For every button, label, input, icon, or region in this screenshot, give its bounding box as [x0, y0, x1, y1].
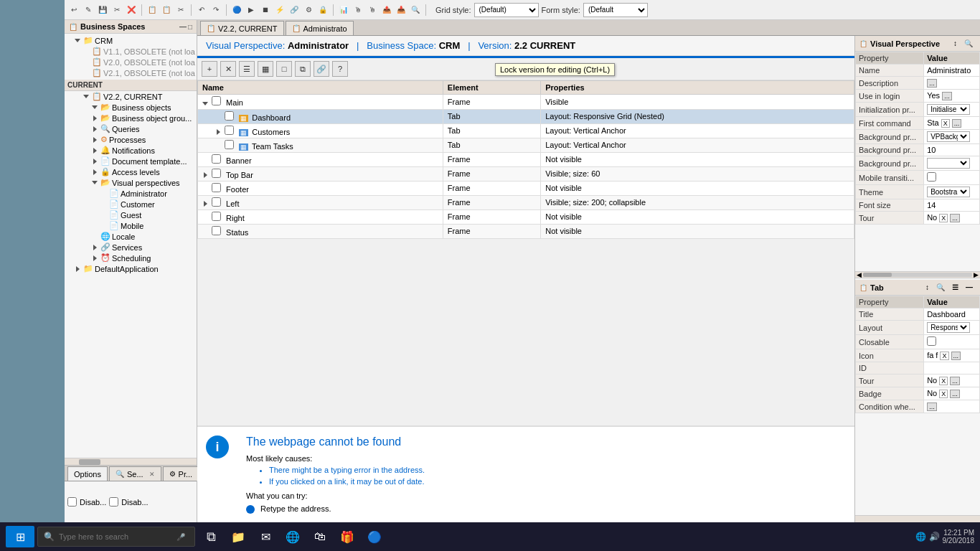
editor-btn-help[interactable]: ? [332, 61, 348, 77]
expander-footer[interactable] [202, 185, 209, 192]
grid-style-select[interactable]: (Default) [474, 3, 539, 17]
expand-services[interactable] [92, 244, 99, 251]
expander-right[interactable] [202, 214, 209, 221]
checkbox-main[interactable] [212, 96, 221, 105]
prop-select-theme[interactable]: Bootstrap [927, 187, 970, 197]
tree-node-processes[interactable]: ⚙ Processes [65, 134, 197, 145]
checkbox-disab-2[interactable]: Disab... [109, 497, 148, 507]
table-row-customers[interactable]: ▦ Customers Tab Layout: Vertical Anchor [198, 123, 854, 138]
start-button[interactable]: ⊞ [6, 526, 34, 547]
scrollbar-left-btn[interactable]: ◀ [855, 271, 863, 278]
expand-v11[interactable] [83, 48, 90, 55]
expand-admin[interactable] [100, 190, 108, 197]
expand-scheduling[interactable] [92, 255, 99, 262]
tree-node-v11[interactable]: 📋 V1.1, OBSOLETE (not loa [65, 46, 197, 57]
prop-row-initpr[interactable]: Initialization pr... Initialise [856, 103, 980, 117]
tree-node-crm[interactable]: 📁 CRM [65, 35, 197, 46]
expand-v21[interactable] [83, 70, 90, 77]
tab-list-btn[interactable]: ☰ [949, 282, 961, 293]
table-row-teamtasks[interactable]: ▦ Team Tasks Tab Layout: Vertical Anchor [198, 138, 854, 152]
tab-options[interactable]: Options [67, 466, 108, 481]
tree-node-v22[interactable]: 📋 V2.2, CURRENT [65, 91, 197, 102]
tree-node-defaultapp[interactable]: 📁 DefaultApplication [65, 263, 197, 274]
toolbar-btn-10[interactable]: ⏹ [259, 4, 272, 17]
editor-btn-copy[interactable]: ⧉ [295, 61, 311, 77]
checkbox-topbar[interactable] [212, 169, 221, 178]
tab-v22[interactable]: 📋 V2.2, CURRENT [200, 21, 284, 35]
expand-processes[interactable] [92, 136, 99, 143]
tab-collapse-btn[interactable]: — [963, 282, 976, 293]
expander-dashboard[interactable] [215, 113, 222, 121]
tab-prop-check-closable[interactable] [927, 336, 936, 346]
tab-prop-row-badge[interactable]: Badge No X ... [856, 387, 980, 400]
checkbox-disab-2-input[interactable] [109, 497, 118, 507]
toolbar-btn-20[interactable]: 🔍 [409, 4, 422, 17]
checkbox-left[interactable] [212, 197, 221, 207]
prop-row-fontsize[interactable]: Font size 14 [856, 199, 980, 212]
expander-left[interactable] [202, 200, 209, 207]
editor-btn-detail[interactable]: ▦ [258, 61, 273, 77]
checkbox-customers[interactable] [225, 126, 234, 135]
toolbar-btn-5[interactable]: 📋 [146, 4, 159, 17]
toolbar-btn-1[interactable]: ↩ [67, 4, 80, 17]
prop-select-bgpr3[interactable] [927, 158, 970, 169]
taskbar-store[interactable]: 🛍 [307, 524, 333, 550]
expand-locale[interactable] [92, 233, 99, 240]
table-row-banner[interactable]: Banner Frame Not visible [198, 152, 854, 166]
prop-row-name[interactable]: Name Administrato [856, 65, 980, 77]
tree-node-notifications[interactable]: 🔔 Notifications [65, 145, 197, 156]
prop-select-initpr[interactable]: Initialise [927, 104, 970, 115]
toolbar-btn-13[interactable]: ⚙ [302, 4, 315, 17]
prop-row-mobile[interactable]: Mobile transiti... [856, 171, 980, 185]
prop-row-description[interactable]: Description ... [856, 77, 980, 90]
tab-prop-btn-condition[interactable]: ... [927, 402, 937, 411]
tree-node-bizobj[interactable]: 📂 Business object grou... [65, 113, 197, 123]
checkbox-footer[interactable] [212, 183, 221, 192]
tab-prop-row-icon[interactable]: Icon fa f X ... [856, 349, 980, 362]
taskbar-candy[interactable]: 🎁 [334, 524, 360, 550]
checkbox-right[interactable] [212, 212, 221, 221]
toolbar-btn-17[interactable]: 🖱 [366, 4, 379, 17]
tab-prop-row-condition[interactable]: Condition whe... ... [856, 400, 980, 413]
tab-prop-row-closable[interactable]: Closable [856, 335, 980, 349]
toolbar-btn-undo[interactable]: ↶ [195, 4, 208, 17]
expander-banner[interactable] [202, 156, 209, 164]
expand-mobile[interactable] [100, 222, 108, 230]
tree-node-scheduling[interactable]: ⏰ Scheduling [65, 253, 197, 263]
prop-select-bgpr1[interactable]: VPBackgr [927, 131, 970, 142]
tab-prop-row-title[interactable]: Title Dashboard [856, 309, 980, 321]
checkbox-teamtasks[interactable] [225, 140, 234, 149]
table-row-left[interactable]: Left Frame Visible; size: 200; collapsib… [198, 195, 854, 209]
checkbox-banner[interactable] [212, 154, 221, 164]
expand-bizobj[interactable] [92, 115, 99, 122]
toolbar-btn-8[interactable]: 🔵 [230, 4, 243, 17]
toolbar-btn-7[interactable]: ✂ [174, 4, 187, 17]
tab-filter-btn[interactable]: 🔍 [933, 282, 948, 293]
table-row-dashboard[interactable]: ▦ Dashboard Tab Layout: Responsive Grid … [198, 109, 854, 123]
expand-guest[interactable] [100, 212, 108, 219]
taskbar-search-bar[interactable]: 🔍 🎤 [37, 527, 195, 547]
toolbar-btn-15[interactable]: 📊 [337, 4, 350, 17]
expander-main[interactable] [202, 100, 209, 108]
tree-node-mobile[interactable]: 📄 Mobile [65, 220, 197, 231]
tree-node-locale[interactable]: 🌐 Locale [65, 231, 197, 242]
toolbar-btn-14[interactable]: 🔒 [316, 4, 329, 17]
checkbox-disab-1-input[interactable] [67, 497, 77, 507]
tab-se-close[interactable]: ✕ [149, 471, 155, 478]
toolbar-btn-3[interactable]: ✂ [110, 4, 123, 17]
expand-doctemplates[interactable] [92, 158, 99, 165]
prop-row-useinlogin[interactable]: Use in login Yes ... [856, 90, 980, 103]
checkbox-disab-1[interactable]: Disab... [67, 497, 106, 507]
right-panel-bottom-scrollbar[interactable] [855, 515, 980, 522]
prop-row-bgpr3[interactable]: Background pr... [856, 156, 980, 171]
toolbar-btn-11[interactable]: ⚡ [273, 4, 286, 17]
table-row-footer[interactable]: Footer Frame Not visible [198, 181, 854, 195]
expander-topbar[interactable] [202, 171, 209, 179]
expand-queries[interactable] [92, 126, 99, 133]
expand-v22[interactable] [83, 93, 90, 100]
editor-btn-link[interactable]: 🔗 [314, 61, 329, 77]
vp-sort-btn[interactable]: ↕ [951, 38, 960, 49]
tab-prop-row-id[interactable]: ID [856, 362, 980, 375]
prop-btn-useinlogin[interactable]: ... [942, 92, 952, 100]
tab-prop-row-tour[interactable]: Tour No X ... [856, 375, 980, 387]
